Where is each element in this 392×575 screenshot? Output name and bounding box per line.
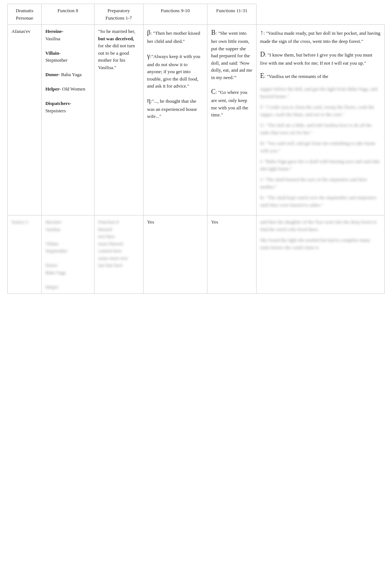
table-row: Afanas'ev Heroine- Vasilisa Villain- Ste… xyxy=(8,25,385,215)
header-col3: Preparatory Functions 1-7 xyxy=(94,4,143,25)
header-row: Dramatis Personae Function 8 Preparatory… xyxy=(8,4,385,25)
func-up: ↑: "Vasilisa made ready, put her doll in… xyxy=(260,28,381,45)
row2-blurred-2: She found the light she needed but had t… xyxy=(260,237,370,250)
gamma-symbol: γ xyxy=(147,52,150,59)
donor-label: Donor- xyxy=(45,72,60,77)
header-col2: Function 8 xyxy=(41,4,94,25)
dispatchers-value: Stepsisters xyxy=(45,108,66,113)
donor-value: Baba Yaga xyxy=(61,72,82,77)
row2-source-cell: Source 2 xyxy=(8,215,42,294)
eta-symbol: η xyxy=(147,97,151,104)
row2-func-blurred-1: and then the daughter of the Tsar went i… xyxy=(260,218,381,233)
row2-source-text: Source 2 xyxy=(11,219,28,225)
func-blurred-5: I: "Baba Yaga gave her a skull with burn… xyxy=(260,158,381,172)
blurred-text-5: I: "Baba Yaga gave her a skull with burn… xyxy=(260,159,380,171)
functions-11-31-cell: ↑: "Vasilisa made ready, put her doll in… xyxy=(256,25,384,215)
row2-func910-yes: Yes xyxy=(211,219,218,225)
main-table: Dramatis Personae Function 8 Preparatory… xyxy=(7,4,385,294)
row2-prep-cell: Yes xyxy=(143,215,207,294)
func-blurred-3: G: "The doll ate a little, and told Vasi… xyxy=(260,122,381,136)
func-E: E: "Vasilisa set the remnants of the xyxy=(260,71,381,81)
up-symbol: ↑ xyxy=(260,29,264,36)
source-cell: Afanas'ev xyxy=(8,25,42,215)
header-col5: Functions 11-31 xyxy=(207,4,257,25)
dramatis-heroine: Heroine- Vasilisa xyxy=(45,28,90,42)
dramatis-donor: Donor- Baba Yaga xyxy=(45,71,90,78)
func-B: B: "She went into her own little room, p… xyxy=(211,28,252,81)
prep-beta: β: "Then her mother kissed her child and… xyxy=(147,28,204,45)
prep-eta: η:"..., he thought that she was an exper… xyxy=(147,96,204,120)
up-text: : "Vasilisa made ready, put her doll in … xyxy=(260,30,381,44)
row2-blurred-1: and then the daughter of the Tsar went i… xyxy=(260,219,377,232)
villain-label: Villain- xyxy=(45,50,61,56)
dramatis-villain: Villain- Stepmother xyxy=(45,50,90,64)
dramatis-helper: Helper- Old Women xyxy=(45,85,90,93)
table-wrapper: Dramatis Personae Function 8 Preparatory… xyxy=(0,0,392,297)
blurred-text-3: G: "The doll ate a little, and told Vasi… xyxy=(260,122,372,135)
beta-text: : "Then her mother kissed her child and … xyxy=(147,30,200,44)
row2-func-blurred-2: She found the light she needed but had t… xyxy=(260,237,381,251)
E-text: : "Vasilisa set the remnants of the xyxy=(264,74,329,79)
helper-value: Old Women xyxy=(62,86,85,92)
row2-dramatis-cell: Heroine-Vasilisa VillainStepmother Donor… xyxy=(41,215,94,294)
eta-text: :"..., he thought that she was an experi… xyxy=(147,98,197,119)
B-text: : "She went into her own little room, pu… xyxy=(211,30,252,80)
C-text: : "Go where you are sent, only keep me w… xyxy=(211,89,248,118)
dispatchers-label: Dispatchers- xyxy=(45,101,71,106)
header-col1: Dramatis Personae xyxy=(8,4,42,25)
prep-gamma: γ:"Always keep it with you and do not sh… xyxy=(147,51,204,90)
functions-9-10-cell: B: "She went into her own little room, p… xyxy=(207,25,257,215)
prep-functions-cell: β: "Then her mother kissed her child and… xyxy=(143,25,207,215)
row2-func910-cell: Yes xyxy=(207,215,257,294)
func-blurred-4: H: "You said well, and get from me somet… xyxy=(260,140,381,154)
row2-dramatis-text: Heroine-Vasilisa VillainStepmother Donor… xyxy=(45,219,68,290)
func-blurred-6: J: "The skull burned the eyes of the ste… xyxy=(260,176,381,190)
helper-label: Helper- xyxy=(45,86,61,92)
heroine-label: Heroine- xyxy=(45,28,63,34)
blurred-text-1: supper before the doll, and got the ligh… xyxy=(260,86,378,99)
row2-function8-text: Function 8blurredtext heremore blurredco… xyxy=(98,219,128,268)
row2-func1131-cell: and then the daughter of the Tsar went i… xyxy=(256,215,384,294)
E-symbol: E xyxy=(260,72,264,79)
D-text: : "I know them, but before I give you th… xyxy=(260,52,372,66)
header-col4: Functions 9-10 xyxy=(143,4,207,25)
villain-value: Stepmother xyxy=(45,57,68,63)
source-label: Afanas'ev xyxy=(11,28,30,34)
table-row-blurred: Source 2 Heroine-Vasilisa VillainStepmot… xyxy=(8,215,385,294)
C-symbol: C xyxy=(211,88,216,95)
row2-prep-yes: Yes xyxy=(147,219,154,225)
func-blurred-7: K: "The skull kept watch over the stepmo… xyxy=(260,194,381,208)
row2-function8-cell: Function 8blurredtext heremore blurredco… xyxy=(94,215,143,294)
beta-symbol: β xyxy=(147,29,151,36)
blurred-text-7: K: "The skull kept watch over the stepmo… xyxy=(260,195,376,208)
B-symbol: B xyxy=(211,29,216,36)
func-blurred-1: supper before the doll, and got the ligh… xyxy=(260,85,381,100)
dramatis-dispatchers: Dispatchers- Stepsisters xyxy=(45,100,90,114)
dramatis-personae-cell: Heroine- Vasilisa Villain- Stepmother Do… xyxy=(41,25,94,215)
function8-cell: "So he married her, but was deceived, fo… xyxy=(94,25,143,215)
func-C: C: "Go where you are sent, only keep me … xyxy=(211,87,252,119)
heroine-value: Vasilisa xyxy=(45,36,60,41)
gamma-text: :"Always keep it with you and do not sho… xyxy=(147,54,200,89)
blurred-text-6: J: "The skull burned the eyes of the ste… xyxy=(260,177,367,190)
func-D: D: "I know them, but before I give you t… xyxy=(260,50,381,67)
D-symbol: D xyxy=(260,51,265,58)
func-blurred-2: F: "I order you to clean the yard, sweep… xyxy=(260,103,381,118)
blurred-text-4: H: "You said well, and get from me somet… xyxy=(260,140,375,153)
function8-text: "So he married her, but was deceived, fo… xyxy=(98,28,135,70)
blurred-text-2: F: "I order you to clean the yard, sweep… xyxy=(260,104,374,117)
